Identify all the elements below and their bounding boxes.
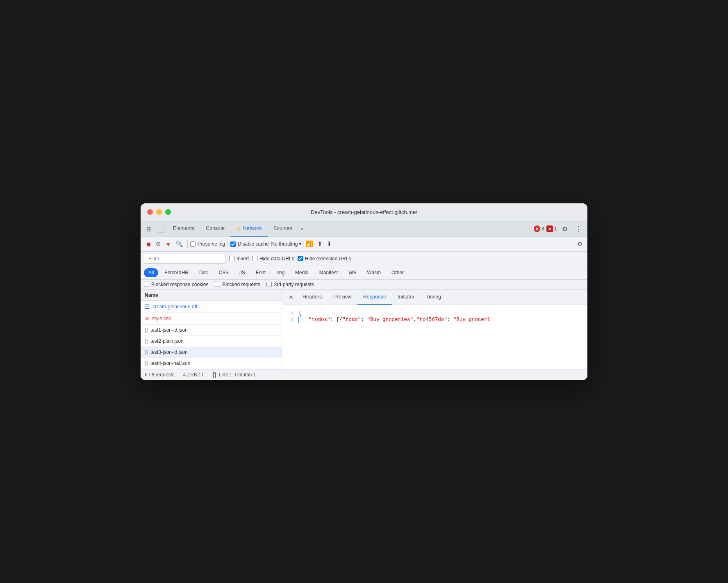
device-icon[interactable]: ⬜ (154, 223, 167, 235)
type-btn-all[interactable]: All (144, 268, 158, 277)
type-filter-row: All Fetch/XHR Doc CSS JS Font Img Media … (141, 266, 587, 280)
json-icon: {} (145, 349, 148, 355)
upload-icon[interactable]: ⬆ (316, 239, 324, 249)
tab-network[interactable]: ⚠ Network (230, 221, 268, 237)
file-item-main[interactable]: ☰ cream-gelatinous-eff... (141, 301, 282, 313)
record-button[interactable]: ⏺ (144, 239, 153, 249)
disable-cache-checkbox[interactable] (230, 241, 236, 247)
response-code-area: 1 { 2 "todos": [{"todo": "Buy groceries"… (282, 305, 587, 369)
type-btn-img[interactable]: Img (272, 268, 289, 277)
throttle-dropdown[interactable]: No throttling ▾ (270, 240, 303, 248)
response-panel: ✕ Headers Preview Response Initiator Tim… (282, 290, 587, 369)
file-item-json2[interactable]: {} test2-plain.json (141, 336, 282, 347)
main-tab-bar: ⊞ ⬜ Elements Console ⚠ Network Sources »… (141, 221, 587, 237)
tab-elements[interactable]: Elements (167, 221, 200, 237)
file-item-json3[interactable]: {} test3-json-ld.json (141, 347, 282, 358)
type-btn-manifest[interactable]: Manifest (315, 268, 342, 277)
third-party-label[interactable]: 3rd-party requests (266, 282, 314, 287)
more-tabs-button[interactable]: » (298, 223, 306, 235)
filter-icon[interactable]: ▼ (164, 239, 173, 249)
settings-icon[interactable]: ⚙ (560, 223, 570, 235)
preserve-log-checkbox[interactable] (190, 241, 196, 247)
extra-filter-row: Blocked response cookies Blocked request… (141, 280, 587, 290)
json-icon: {} (145, 327, 148, 333)
titlebar: DevTools - cream-gelatinous-effect.glitc… (141, 203, 587, 221)
code-line-1: 1 { (282, 310, 587, 317)
download-icon[interactable]: ⬇ (325, 239, 334, 249)
error-icon: ✕ (145, 315, 150, 322)
network-controls: ⏺ ⊘ ▼ 🔍 Preserve log Disable cache No th… (141, 237, 587, 252)
hide-ext-urls-checkbox[interactable] (298, 256, 303, 261)
file-name: test1-json-ld.json (150, 327, 188, 333)
type-btn-ws[interactable]: WS (344, 268, 361, 277)
invert-checkbox[interactable] (229, 256, 234, 261)
divider2 (228, 240, 228, 248)
tab-sources[interactable]: Sources (268, 221, 298, 237)
doc-icon: ☰ (145, 303, 150, 310)
devtools-window: DevTools - cream-gelatinous-effect.glitc… (141, 203, 587, 380)
blocked-cookies-label[interactable]: Blocked response cookies (144, 282, 208, 287)
hide-data-urls-label[interactable]: Hide data URLs (252, 256, 294, 262)
file-name: style.css (152, 316, 171, 321)
type-btn-fetch[interactable]: Fetch/XHR (160, 268, 193, 277)
status-bar: 6 / 8 requests 4.2 kB / 1 {} Line 1, Col… (141, 369, 587, 380)
panel-tab-response[interactable]: Response (357, 290, 392, 305)
network-settings-icon[interactable]: ⚙ (576, 239, 584, 249)
file-name: test3-json-ld.json (150, 349, 188, 355)
file-list-header: Name (141, 290, 282, 301)
blocked-requests-label[interactable]: Blocked requests (215, 282, 260, 287)
panel-tab-initiator[interactable]: Initiator (392, 290, 420, 305)
invert-label[interactable]: Invert (229, 256, 249, 262)
minimize-button[interactable] (156, 209, 162, 215)
format-icon: {} (212, 371, 216, 378)
file-name: test2-plain.json (150, 338, 184, 344)
type-btn-doc[interactable]: Doc (195, 268, 212, 277)
status-divider-1 (179, 371, 179, 378)
disable-cache-label[interactable]: Disable cache (230, 241, 268, 247)
file-item-json1[interactable]: {} test1-json-ld.json (141, 325, 282, 336)
line-bar (298, 317, 299, 323)
traffic-lights (147, 209, 171, 215)
type-btn-media[interactable]: Media (291, 268, 313, 277)
clear-button[interactable]: ⊘ (154, 239, 163, 249)
window-title: DevTools - cream-gelatinous-effect.glitc… (311, 209, 417, 215)
panel-tab-headers[interactable]: Headers (297, 290, 328, 305)
hide-data-urls-checkbox[interactable] (252, 256, 257, 261)
third-party-checkbox[interactable] (266, 282, 272, 287)
panel-tab-timing[interactable]: Timing (420, 290, 447, 305)
blocked-cookies-checkbox[interactable] (144, 282, 149, 287)
type-btn-js[interactable]: JS (235, 268, 250, 277)
filter-options: Invert Hide data URLs Hide extension URL… (229, 256, 351, 262)
wifi-icon[interactable]: 📶 (304, 239, 315, 249)
line-number: 2 (282, 317, 298, 322)
error-badge-red: ✕ 3 (534, 225, 544, 232)
file-item-json4[interactable]: {} test4-json-hal.json (141, 358, 282, 369)
panel-tab-preview[interactable]: Preview (328, 290, 357, 305)
type-btn-font[interactable]: Font (251, 268, 270, 277)
file-item-css[interactable]: ✕ style.css (141, 313, 282, 325)
type-btn-css[interactable]: CSS (214, 268, 233, 277)
line-number: 1 (282, 310, 298, 316)
file-list: Name ☰ cream-gelatinous-eff... ✕ style.c… (141, 290, 282, 369)
toolbar-right: ✕ 3 ✕ 1 ⚙ ⋮ (534, 223, 584, 235)
error-badge-pink: ✕ 1 (546, 225, 557, 232)
file-name: test4-json-hal.json (150, 360, 190, 366)
inspect-icon[interactable]: ⊞ (144, 223, 154, 235)
position-status: Line 1, Column 1 (219, 372, 256, 378)
filter-input[interactable] (144, 254, 226, 264)
code-content: { (298, 310, 302, 316)
more-options-icon[interactable]: ⋮ (573, 223, 584, 235)
main-content: Name ☰ cream-gelatinous-eff... ✕ style.c… (141, 290, 587, 369)
type-btn-other[interactable]: Other (387, 268, 408, 277)
maximize-button[interactable] (165, 209, 171, 215)
tab-console[interactable]: Console (200, 221, 230, 237)
type-btn-wasm[interactable]: Wasm (363, 268, 386, 277)
status-divider-2 (208, 371, 208, 378)
pink-x-icon: ✕ (546, 225, 553, 232)
hide-ext-urls-label[interactable]: Hide extension URLs (298, 256, 351, 262)
search-button[interactable]: 🔍 (174, 239, 185, 249)
preserve-log-label[interactable]: Preserve log (190, 241, 225, 247)
blocked-requests-checkbox[interactable] (215, 282, 220, 287)
close-panel-button[interactable]: ✕ (285, 292, 297, 303)
close-button[interactable] (147, 209, 153, 215)
